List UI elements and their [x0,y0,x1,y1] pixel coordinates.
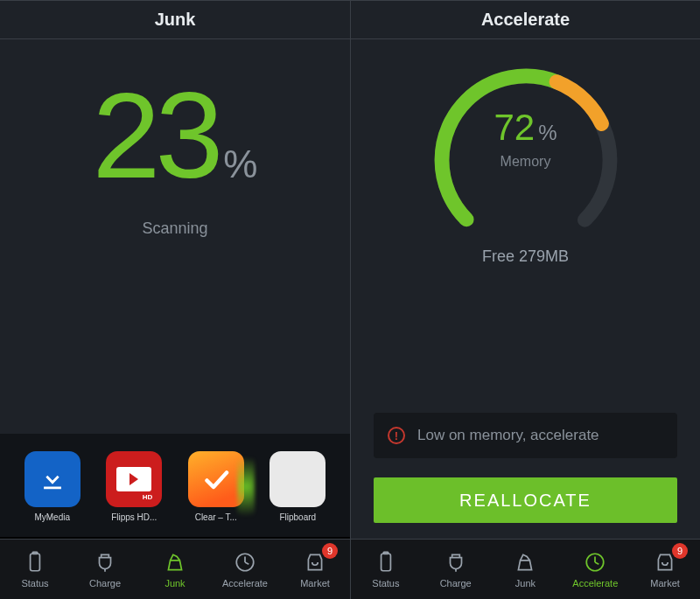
app-item[interactable]: Clear – T... [183,451,249,522]
gauge-center: 72% Memory [421,64,631,212]
tab-label: Junk [515,578,536,589]
junk-body: 23 % Scanning MyMedia HD Flipps HD... [0,39,350,539]
junk-percent-value: 23 [93,74,219,197]
app-item[interactable]: Flipboard [265,451,332,522]
tab-status[interactable]: Status [0,540,70,599]
tab-label: Market [650,578,680,589]
alert-icon: ! [388,427,405,444]
tab-status[interactable]: Status [351,540,421,599]
tab-charge[interactable]: Charge [421,540,491,599]
gauge-value: 72% [494,107,556,149]
scan-glow [237,446,255,527]
accelerate-screen: Accelerate 72% Memory Free 27 [350,1,700,539]
tab-label: Status [21,578,48,589]
tab-label: Market [300,578,330,589]
svg-line-8 [245,562,248,564]
svg-rect-4 [32,552,37,554]
app-label: Flipps HD... [111,512,157,522]
app-label: Flipboard [279,512,316,522]
junk-percent: 23 % [93,74,258,197]
flipboard-icon [270,451,326,507]
scanning-app-strip: MyMedia HD Flipps HD... Clear – T... [0,434,350,539]
tab-label: Status [372,578,399,589]
download-icon [24,451,80,507]
app-item[interactable]: MyMedia [19,451,86,522]
accelerate-body: 72% Memory Free 279MB ! Low on memory, a… [351,39,700,539]
tab-label: Accelerate [572,578,618,589]
tab-market[interactable]: Market9 [280,540,350,599]
svg-rect-10 [383,552,388,554]
tab-label: Junk [164,578,185,589]
tab-market[interactable]: Market9 [630,540,700,599]
svg-rect-3 [31,554,40,571]
memory-gauge: 72% Memory [421,64,631,239]
gauge-label: Memory [500,154,551,170]
tabbar-right: StatusChargeJunkAccelerateMarket9 [350,540,700,599]
app-label: Clear – T... [195,512,237,522]
tab-charge[interactable]: Charge [70,540,140,599]
junk-status: Scanning [142,219,207,238]
clock-icon [584,551,606,575]
low-memory-warning: ! Low on memory, accelerate [374,413,677,458]
plug-icon [94,551,116,575]
tab-label: Charge [89,578,121,589]
battery-icon [374,551,397,575]
app-item[interactable]: HD Flipps HD... [102,451,168,522]
badge: 9 [322,543,338,559]
svg-line-14 [595,562,598,564]
broom-icon [514,551,536,575]
svg-rect-9 [381,554,390,571]
page-title-accelerate: Accelerate [351,1,700,39]
plug-icon [444,551,467,575]
page-title-junk: Junk [0,1,350,39]
tab-label: Accelerate [222,578,268,589]
badge: 9 [672,543,688,559]
junk-center: 23 % Scanning [0,39,350,434]
battery-icon [24,551,46,575]
tab-accelerate[interactable]: Accelerate [210,540,280,599]
bottom-navs: StatusChargeJunkAccelerateMarket9 Status… [0,540,700,599]
gauge-value-number: 72 [494,107,535,148]
tab-junk[interactable]: Junk [140,540,210,599]
tabbar-left: StatusChargeJunkAccelerateMarket9 [0,540,350,599]
broom-icon [164,551,186,575]
warning-text: Low on memory, accelerate [417,427,599,444]
tab-accelerate[interactable]: Accelerate [560,540,630,599]
reallocate-button[interactable]: REALLOCATE [374,477,677,523]
percent-symbol: % [223,145,257,184]
app-label: MyMedia [34,512,70,522]
tab-junk[interactable]: Junk [491,540,561,599]
percent-symbol: % [538,121,556,144]
junk-screen: Junk 23 % Scanning MyMedia HD [0,1,350,539]
tab-label: Charge [440,578,472,589]
checkmark-icon [188,451,244,507]
clock-icon [234,551,256,575]
tv-play-icon: HD [106,451,162,507]
